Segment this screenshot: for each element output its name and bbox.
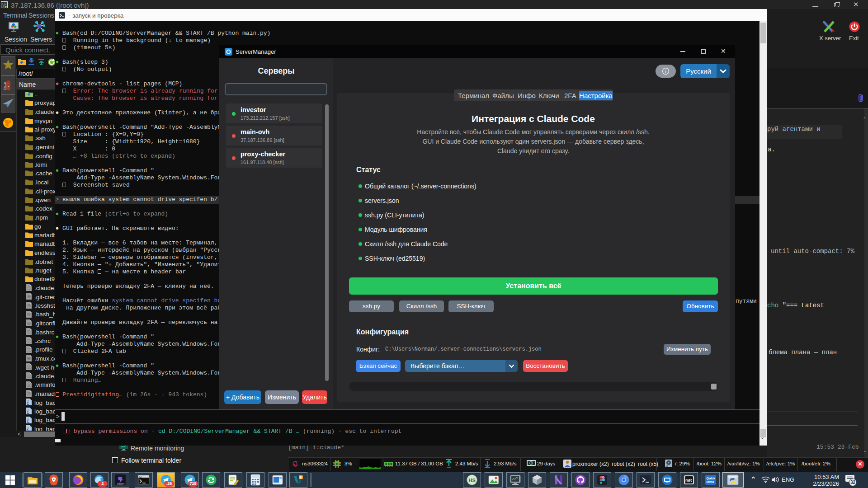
svg-text:>_: >_ <box>2 2 4 5</box>
svg-text:B: B <box>300 476 302 479</box>
svg-text:utmo: utmo <box>707 480 714 483</box>
svg-text:FRUTY: FRUTY <box>117 483 125 485</box>
svg-text:mR: mR <box>685 478 692 483</box>
svg-text:Quick: Quick <box>707 477 716 480</box>
svg-text:C:\: C:\ <box>139 476 142 478</box>
svg-text:HS: HS <box>469 478 476 483</box>
